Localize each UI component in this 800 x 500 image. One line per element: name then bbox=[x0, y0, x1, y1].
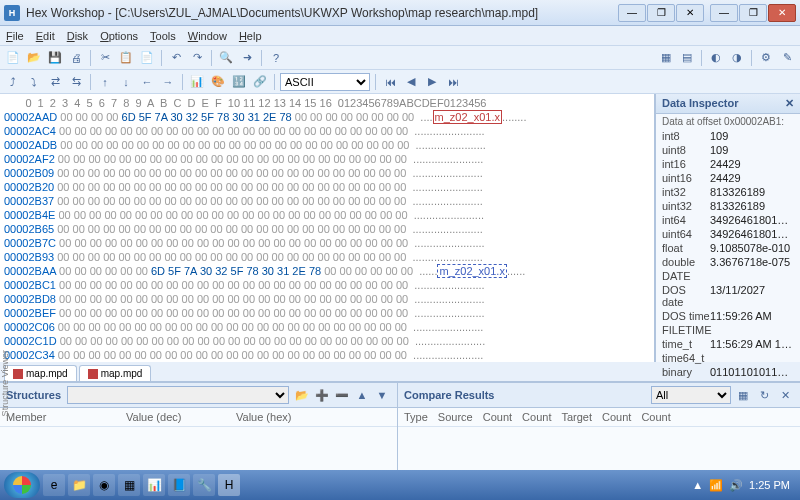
hex-row[interactable]: 00002B93 00 00 00 00 00 00 00 00 00 00 0… bbox=[4, 250, 650, 264]
hex-row[interactable]: 00002BAA 00 00 00 00 00 00 6D 5F 7A 30 3… bbox=[4, 264, 650, 278]
hex-row[interactable]: 00002BD8 00 00 00 00 00 00 00 00 00 00 0… bbox=[4, 292, 650, 306]
nav-prev-button[interactable]: ◀ bbox=[402, 73, 420, 91]
taskbar-hexworkshop-icon[interactable]: H bbox=[218, 474, 240, 496]
struct-open-icon[interactable]: 📂 bbox=[293, 386, 311, 404]
paste-button[interactable]: 📄 bbox=[138, 49, 156, 67]
tool-b-button[interactable]: ▤ bbox=[678, 49, 696, 67]
inspector-row-uint8[interactable]: uint8109 bbox=[656, 143, 800, 157]
op-2-button[interactable]: ⤵ bbox=[25, 73, 43, 91]
inspector-row-int16[interactable]: int1624429 bbox=[656, 157, 800, 171]
inspector-row-DATE[interactable]: DATE bbox=[656, 269, 800, 283]
menu-help[interactable]: Help bbox=[239, 30, 262, 42]
new-button[interactable]: 📄 bbox=[4, 49, 22, 67]
close-button[interactable]: ✕ bbox=[768, 4, 796, 22]
maximize-button[interactable]: ❐ bbox=[739, 4, 767, 22]
cmp-icon-1[interactable]: ▦ bbox=[734, 386, 752, 404]
hex-row[interactable]: 00002AAD 00 00 00 00 6D 5F 7A 30 32 5F 7… bbox=[4, 110, 650, 124]
hex-row[interactable]: 00002B20 00 00 00 00 00 00 00 00 00 00 0… bbox=[4, 180, 650, 194]
inspector-row-double[interactable]: double3.3676718e-075 bbox=[656, 255, 800, 269]
inspector-row-uint16[interactable]: uint1624429 bbox=[656, 171, 800, 185]
cmp-col[interactable]: Count bbox=[641, 411, 670, 423]
taskbar-explorer-icon[interactable]: 📁 bbox=[68, 474, 90, 496]
col-value-hex[interactable]: Value (hex) bbox=[236, 411, 391, 423]
hex-row[interactable]: 00002C34 00 00 00 00 00 00 00 00 00 00 0… bbox=[4, 348, 650, 362]
inspector-row-time64_t[interactable]: time64_t bbox=[656, 351, 800, 365]
doc-tab-1[interactable]: map.mpd bbox=[79, 365, 152, 381]
hex-row[interactable]: 00002B4E 00 00 00 00 00 00 00 00 00 00 0… bbox=[4, 208, 650, 222]
menu-file[interactable]: File bbox=[6, 30, 24, 42]
cmp-close-icon[interactable]: ✕ bbox=[776, 386, 794, 404]
tray-clock[interactable]: 1:25 PM bbox=[749, 479, 790, 491]
menu-edit[interactable]: Edit bbox=[36, 30, 55, 42]
menu-window[interactable]: Window bbox=[188, 30, 227, 42]
op-5-button[interactable]: ↑ bbox=[96, 73, 114, 91]
taskbar-ie-icon[interactable]: e bbox=[43, 474, 65, 496]
op-7-button[interactable]: ← bbox=[138, 73, 156, 91]
doc-tab-0[interactable]: map.mpd bbox=[4, 365, 77, 381]
menu-tools[interactable]: Tools bbox=[150, 30, 176, 42]
copy-button[interactable]: 📋 bbox=[117, 49, 135, 67]
chart-button[interactable]: 📊 bbox=[188, 73, 206, 91]
tool-e-button[interactable]: ⚙ bbox=[757, 49, 775, 67]
inspector-row-binary[interactable]: binary01101101011011... bbox=[656, 365, 800, 379]
compare-filter-select[interactable]: All bbox=[651, 386, 731, 404]
cmp-col[interactable]: Count bbox=[483, 411, 512, 423]
tray-network-icon[interactable]: 📶 bbox=[709, 479, 723, 492]
encoding-select[interactable]: ASCII bbox=[280, 73, 370, 91]
save-button[interactable]: 💾 bbox=[46, 49, 64, 67]
inspector-row-int8[interactable]: int8109 bbox=[656, 129, 800, 143]
open-button[interactable]: 📂 bbox=[25, 49, 43, 67]
panel-close-icon[interactable]: ✕ bbox=[785, 97, 794, 110]
inspector-row-DOS time[interactable]: DOS time11:59:26 AM bbox=[656, 309, 800, 323]
taskbar-chrome-icon[interactable]: ◉ bbox=[93, 474, 115, 496]
link-button[interactable]: 🔗 bbox=[251, 73, 269, 91]
tray-sound-icon[interactable]: 🔊 bbox=[729, 479, 743, 492]
taskbar-app4-icon[interactable]: 🔧 bbox=[193, 474, 215, 496]
cmp-col[interactable]: Type bbox=[404, 411, 428, 423]
hex-row[interactable]: 00002B37 00 00 00 00 00 00 00 00 00 00 0… bbox=[4, 194, 650, 208]
struct-down-icon[interactable]: ▼ bbox=[373, 386, 391, 404]
hex-row[interactable]: 00002B65 00 00 00 00 00 00 00 00 00 00 0… bbox=[4, 222, 650, 236]
struct-del-icon[interactable]: ➖ bbox=[333, 386, 351, 404]
cmp-col[interactable]: Source bbox=[438, 411, 473, 423]
hex-row[interactable]: 00002BC1 00 00 00 00 00 00 00 00 00 00 0… bbox=[4, 278, 650, 292]
hex-row[interactable]: 00002ADB 00 00 00 00 00 00 00 00 00 00 0… bbox=[4, 138, 650, 152]
find-button[interactable]: 🔍 bbox=[217, 49, 235, 67]
hex-row[interactable]: 00002C06 00 00 00 00 00 00 00 00 00 00 0… bbox=[4, 320, 650, 334]
nav-next-button[interactable]: ▶ bbox=[423, 73, 441, 91]
start-button[interactable] bbox=[4, 472, 40, 498]
structure-select[interactable] bbox=[67, 386, 289, 404]
hex-row[interactable]: 00002AF2 00 00 00 00 00 00 00 00 00 00 0… bbox=[4, 152, 650, 166]
menu-disk[interactable]: Disk bbox=[67, 30, 88, 42]
taskbar-app2-icon[interactable]: 📊 bbox=[143, 474, 165, 496]
print-button[interactable]: 🖨 bbox=[67, 49, 85, 67]
taskbar-app1-icon[interactable]: ▦ bbox=[118, 474, 140, 496]
taskbar-app3-icon[interactable]: 📘 bbox=[168, 474, 190, 496]
op-1-button[interactable]: ⤴ bbox=[4, 73, 22, 91]
child-maximize-button[interactable]: ❐ bbox=[647, 4, 675, 22]
op-6-button[interactable]: ↓ bbox=[117, 73, 135, 91]
redo-button[interactable]: ↷ bbox=[188, 49, 206, 67]
nav-first-button[interactable]: ⏮ bbox=[381, 73, 399, 91]
help-button[interactable]: ? bbox=[267, 49, 285, 67]
child-minimize-button[interactable]: — bbox=[618, 4, 646, 22]
hex-row[interactable]: 00002BEF 00 00 00 00 00 00 00 00 00 00 0… bbox=[4, 306, 650, 320]
cmp-icon-2[interactable]: ↻ bbox=[755, 386, 773, 404]
op-4-button[interactable]: ⇆ bbox=[67, 73, 85, 91]
undo-button[interactable]: ↶ bbox=[167, 49, 185, 67]
cmp-col[interactable]: Count bbox=[522, 411, 551, 423]
inspector-row-time_t[interactable]: time_t11:56:29 AM 10/10... bbox=[656, 337, 800, 351]
inspector-row-int64[interactable]: int64349264618019214... bbox=[656, 213, 800, 227]
tool-d-button[interactable]: ◑ bbox=[728, 49, 746, 67]
cmp-col[interactable]: Count bbox=[602, 411, 631, 423]
tool-c-button[interactable]: ◐ bbox=[707, 49, 725, 67]
inspector-row-uint64[interactable]: uint64349264618019214... bbox=[656, 227, 800, 241]
struct-add-icon[interactable]: ➕ bbox=[313, 386, 331, 404]
menu-options[interactable]: Options bbox=[100, 30, 138, 42]
hex-row[interactable]: 00002B7C 00 00 00 00 00 00 00 00 00 00 0… bbox=[4, 236, 650, 250]
hex-editor[interactable]: 0 1 2 3 4 5 6 7 8 9 A B C D E F 10 11 12… bbox=[0, 94, 655, 362]
cmp-col[interactable]: Target bbox=[561, 411, 592, 423]
minimize-button[interactable]: — bbox=[710, 4, 738, 22]
nav-last-button[interactable]: ⏭ bbox=[444, 73, 462, 91]
tray-icon-1[interactable]: ▲ bbox=[692, 479, 703, 491]
